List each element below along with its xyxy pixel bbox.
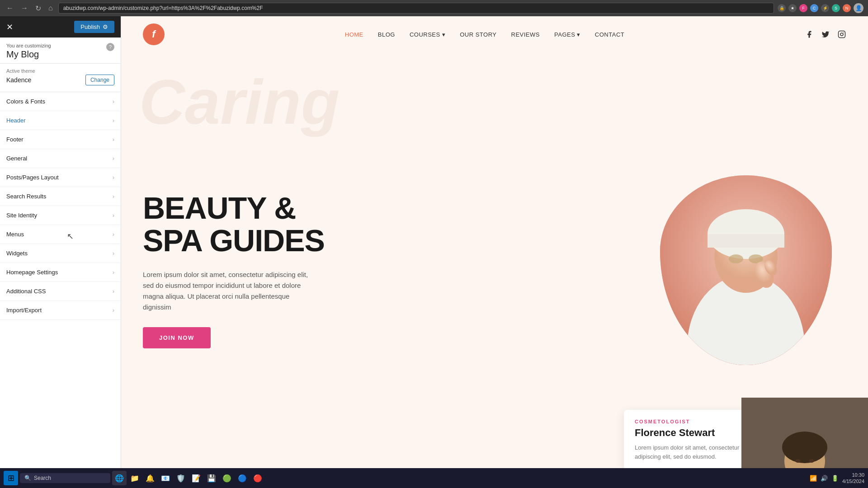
menu-item-label: Widgets [6,250,28,257]
taskbar-app-7[interactable]: 💾 [204,471,219,485]
nav-links: HOME BLOG COURSES ▾ OUR STORY REVIEWS PA… [345,30,624,38]
chevron-right-icon: › [113,174,114,181]
menu-item-import-export[interactable]: Import/Export › [0,301,121,320]
menu-item-site-identity[interactable]: Site Identity › [0,206,121,225]
home-button[interactable]: ⌂ [47,3,55,13]
chevron-right-icon: › [113,269,114,276]
nav-link-blog[interactable]: BLOG [378,31,395,38]
menu-item-label: Footer [6,136,24,143]
customizer-header: ✕ Publish ⚙ [0,16,121,38]
hero-title: BEAUTY & SPA GUIDES [143,192,325,257]
change-theme-button[interactable]: Change [85,75,114,85]
dropdown-arrow-pages: ▾ [577,31,580,38]
menu-item-colors-fonts[interactable]: Colors & Fonts › [0,92,121,111]
taskbar-app-icons: 🌐 📁 🔔 📧 🛡️ 📝 💾 🟢 🔵 🔴 [112,471,265,485]
card-category: COSMETOLOGIST [635,419,740,424]
start-button[interactable]: ⊞ [4,471,18,485]
taskbar-app-3[interactable]: 🔔 [143,471,157,485]
svg-point-20 [795,459,801,463]
browser-chrome: ← → ↻ ⌂ abuzidwp.com/wp-admin/customize.… [0,0,868,16]
browser-extension-1[interactable]: 🔒 [778,4,786,12]
active-theme-row: Kadence Change [6,75,114,85]
menu-item-menus[interactable]: Menus › ↖ [0,225,121,244]
taskbar: ⊞ 🔍 Search 🌐 📁 🔔 📧 🛡️ 📝 💾 🟢 🔵 🔴 📶 🔊 🔋 10… [0,468,868,488]
customizer-panel: ✕ Publish ⚙ You are customizing My Blog … [0,16,121,488]
menu-item-general[interactable]: General › [0,149,121,168]
chevron-right-icon: › [113,155,114,162]
browser-extension-5[interactable]: ⚡ [821,4,829,12]
cosmetologist-card: COSMETOLOGIST Florence Stewart Lorem ips… [624,410,750,470]
taskbar-app-files[interactable]: 📁 [127,471,142,485]
svg-point-1 [840,33,843,36]
forward-button[interactable]: → [19,3,30,13]
instagram-icon[interactable] [837,30,846,39]
address-bar[interactable]: abuzidwp.com/wp-admin/customize.php?url=… [58,3,774,14]
customizer-info: You are customizing My Blog ? [0,38,121,64]
dropdown-arrow-courses: ▾ [442,31,446,38]
menu-item-additional-css[interactable]: Additional CSS › [0,282,121,301]
menu-item-posts-pages[interactable]: Posts/Pages Layout › [0,168,121,187]
user-avatar[interactable]: 👤 [854,3,863,13]
menu-item-label: Menus [6,231,24,238]
hero-section: Caring BEAUTY & SPA GUIDES Lorem ipsum d… [121,52,868,488]
preview-area: f HOME BLOG COURSES ▾ OUR STORY REVIEWS … [121,16,868,488]
website-preview: f HOME BLOG COURSES ▾ OUR STORY REVIEWS … [121,16,868,488]
browser-extension-6[interactable]: S [832,4,840,12]
customizer-close-button[interactable]: ✕ [6,23,13,31]
active-theme-name: Kadence [6,76,31,84]
nav-link-home[interactable]: HOME [345,31,363,38]
refresh-button[interactable]: ↻ [33,3,43,14]
chevron-right-icon: › [113,250,114,257]
nav-link-courses[interactable]: COURSES ▾ [410,31,445,38]
taskbar-app-4[interactable]: 📧 [158,471,173,485]
card-name: Florence Stewart [635,427,740,439]
back-button[interactable]: ← [5,3,15,13]
hero-description: Lorem ipsum dolor sit amet, consectetur … [143,269,315,313]
gear-icon: ⚙ [103,23,108,30]
customizing-label: You are customizing [6,43,51,48]
browser-extension-7[interactable]: N [843,4,851,12]
site-logo: f [143,23,165,45]
hero-image [660,175,832,365]
chevron-right-icon: › [113,98,114,105]
browser-extension-2[interactable]: ★ [788,4,797,12]
taskbar-app-5[interactable]: 🛡️ [174,471,188,485]
facebook-icon[interactable] [805,30,814,39]
nav-link-contact[interactable]: CONTACT [595,31,624,38]
menu-item-label: Header [6,117,26,124]
menu-item-footer[interactable]: Footer › [0,130,121,149]
taskbar-app-chrome[interactable]: 🌐 [112,471,127,485]
help-icon[interactable]: ? [106,43,114,51]
tray-icon-volume: 🔊 [821,475,828,482]
svg-point-21 [809,459,814,463]
taskbar-app-9[interactable]: 🔵 [235,471,250,485]
main-layout: ✕ Publish ⚙ You are customizing My Blog … [0,16,868,488]
publish-button[interactable]: Publish ⚙ [74,21,114,33]
menu-item-homepage-settings[interactable]: Homepage Settings › [0,263,121,282]
taskbar-app-6[interactable]: 📝 [189,471,203,485]
chevron-right-icon: › [113,231,114,238]
browser-extension-4[interactable]: C [810,4,818,12]
join-now-button[interactable]: JOIN NOW [143,327,211,348]
nav-link-pages[interactable]: PAGES ▾ [554,31,580,38]
browser-toolbar-icons: 🔒 ★ F C ⚡ S N 👤 [778,3,863,13]
chevron-right-icon: › [113,288,114,295]
customizing-title: My Blog [6,49,51,60]
taskbar-app-8[interactable]: 🟢 [220,471,234,485]
taskbar-clock: 10:304/15/2024 [842,472,864,485]
menu-item-widgets[interactable]: Widgets › [0,244,121,263]
browser-extension-3[interactable]: F [799,4,807,12]
menu-item-header[interactable]: Header › [0,111,121,130]
taskbar-system-tray: 📶 🔊 🔋 10:304/15/2024 [810,472,864,485]
nav-link-reviews[interactable]: REVIEWS [511,31,540,38]
taskbar-search-box[interactable]: 🔍 Search [20,473,110,483]
hero-bg-text: Caring [139,70,340,134]
svg-rect-7 [708,234,784,248]
menu-item-label: General [6,155,27,162]
menu-item-label: Homepage Settings [6,269,58,276]
menu-item-search-results[interactable]: Search Results › [0,187,121,206]
twitter-icon[interactable] [821,30,830,39]
menu-item-label: Additional CSS [6,288,46,295]
taskbar-app-10[interactable]: 🔴 [250,471,265,485]
nav-link-our-story[interactable]: OUR STORY [460,31,496,38]
